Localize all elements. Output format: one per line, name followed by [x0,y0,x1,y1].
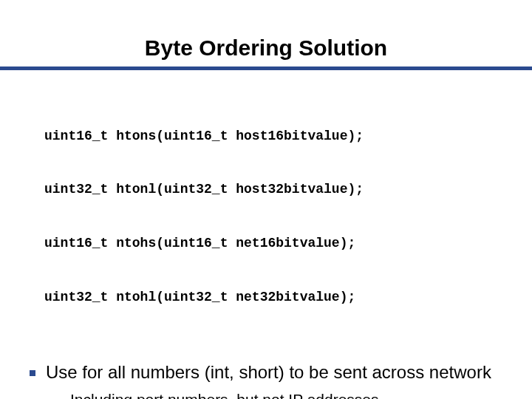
dash-icon: - [59,391,64,399]
slide-title: Byte Ordering Solution [0,35,532,61]
bullet-square-icon [30,370,35,376]
title-rule [0,66,532,70]
bullet-item: Use for all numbers (int, short) to be s… [30,361,502,383]
sub-bullet-item: - Including port numbers, but not IP add… [59,391,502,399]
bullet-text: Use for all numbers (int, short) to be s… [46,361,491,383]
code-line: uint32_t htonl(uint32_t host32bitvalue); [44,180,532,198]
slide: Byte Ordering Solution uint16_t htons(ui… [0,35,532,399]
code-line: uint16_t htons(uint16_t host16bitvalue); [44,127,532,145]
sub-bullet-text: Including port numbers, but not IP addre… [70,391,379,399]
code-line: uint16_t ntohs(uint16_t net16bitvalue); [44,234,532,252]
code-block: uint16_t htons(uint16_t host16bitvalue);… [44,91,532,342]
code-line: uint32_t ntohl(uint32_t net32bitvalue); [44,288,532,306]
bullet-list: Use for all numbers (int, short) to be s… [30,361,502,399]
